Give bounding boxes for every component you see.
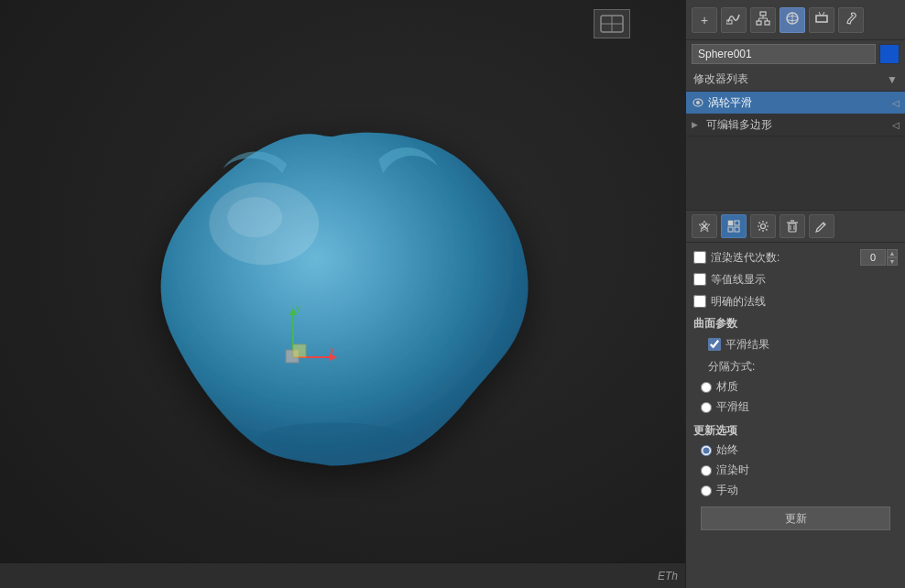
eth-label: ETh (658, 570, 678, 583)
visibility-icon[interactable] (692, 96, 704, 109)
isoline-row: 等值线显示 (693, 270, 898, 289)
smooth-result-checkbox[interactable] (708, 338, 721, 351)
render-iterations-spinner[interactable]: ▲ ▼ (887, 249, 898, 266)
svg-rect-25 (816, 16, 827, 22)
svg-rect-10 (293, 344, 306, 357)
always-radio[interactable] (701, 445, 712, 456)
material-row: 材质 (693, 379, 898, 397)
delete-button[interactable] (780, 214, 805, 238)
render-radio[interactable] (701, 465, 712, 476)
top-toolbar: + (686, 0, 905, 40)
add-button[interactable]: + (692, 7, 717, 33)
smooth-result-row: 平滑结果 (693, 335, 898, 354)
svg-rect-16 (757, 21, 761, 25)
render-iterations-input[interactable] (860, 249, 886, 266)
modifier-list-label: 修改器列表 (693, 71, 887, 87)
plane-button[interactable] (809, 7, 834, 33)
material-label: 材质 (716, 379, 738, 395)
modifier-triangle2-icon: ◁ (892, 120, 900, 130)
object-name-row (686, 40, 905, 68)
svg-point-36 (761, 224, 766, 229)
manual-row: 手动 (693, 483, 898, 501)
render-row: 渲染时 (693, 463, 898, 481)
transform-gizmo: y x (256, 302, 339, 387)
curve-button[interactable] (721, 7, 747, 33)
modifier-list-header: 修改器列表 ▼ (686, 68, 905, 92)
svg-point-29 (696, 101, 700, 104)
svg-point-2 (259, 422, 406, 455)
add-icon: + (701, 13, 708, 27)
separation-row: 分隔方式: (693, 357, 898, 376)
modifier-empty-area (686, 136, 905, 210)
viewport-icon[interactable] (594, 9, 630, 38)
always-label: 始终 (716, 442, 738, 458)
show-modifier-button[interactable] (721, 214, 747, 238)
svg-rect-17 (765, 21, 769, 25)
right-panel: + (685, 0, 905, 588)
hierarchy-button[interactable] (750, 7, 776, 33)
svg-rect-34 (728, 227, 733, 232)
surface-params-title: 曲面参数 (693, 316, 898, 332)
normal-row: 明确的法线 (693, 292, 898, 310)
plane-icon (814, 11, 829, 28)
normal-checkbox[interactable] (693, 295, 706, 308)
modifier-name-editable-poly: 可编辑多边形 (706, 117, 889, 133)
render-label: 渲染时 (716, 463, 749, 478)
pin-button[interactable] (692, 214, 717, 238)
render-iterations-label: 渲染迭代次数: (711, 250, 860, 266)
status-bar: ETh (0, 562, 685, 588)
separation-label: 分隔方式: (708, 359, 898, 375)
wrench-button[interactable] (838, 7, 864, 33)
action-buttons-row (686, 210, 905, 243)
update-button[interactable]: 更新 (701, 506, 890, 530)
viewport: y x ETh (0, 0, 685, 588)
spinner-down-icon[interactable]: ▼ (887, 257, 898, 266)
svg-rect-32 (728, 221, 733, 225)
modifier-list-arrow-icon: ▼ (887, 73, 898, 86)
svg-point-1 (227, 197, 282, 237)
svg-text:y: y (296, 303, 300, 313)
manual-radio[interactable] (701, 485, 712, 496)
svg-rect-37 (789, 223, 796, 232)
modifier-item-turbsmooth[interactable]: 涡轮平滑 ◁ (686, 92, 905, 114)
smooth-group-radio[interactable] (701, 402, 712, 413)
curve-icon (726, 11, 741, 28)
isoline-checkbox[interactable] (693, 273, 706, 286)
object-color-swatch[interactable] (879, 44, 900, 64)
object-name-input[interactable] (692, 44, 876, 64)
sphere-icon (785, 11, 800, 28)
sphere-button[interactable] (780, 7, 805, 33)
params-panel: 渲染迭代次数: ▲ ▼ 等值线显示 明确的法线 曲面参数 平滑结果 分隔方式: (686, 243, 905, 588)
svg-rect-15 (760, 12, 766, 16)
manual-label: 手动 (716, 483, 738, 498)
wrench-icon (844, 11, 858, 28)
config-button[interactable] (750, 214, 776, 238)
always-row: 始终 (693, 442, 898, 461)
smooth-group-label: 平滑组 (716, 399, 749, 415)
render-iterations-checkbox[interactable] (693, 251, 706, 264)
modifier-list: 涡轮平滑 ◁ ▶ 可编辑多边形 ◁ (686, 92, 905, 136)
modifier-name-turbsmooth: 涡轮平滑 (708, 95, 889, 111)
svg-text:x: x (330, 345, 334, 355)
svg-rect-35 (735, 227, 739, 232)
smooth-result-label: 平滑结果 (725, 337, 898, 353)
material-radio[interactable] (701, 382, 712, 393)
expand-icon[interactable]: ▶ (692, 120, 703, 129)
render-iterations-row: 渲染迭代次数: ▲ ▼ (693, 248, 898, 267)
hierarchy-icon (756, 11, 770, 28)
edit-button[interactable] (809, 214, 834, 238)
modifier-triangle-icon: ◁ (892, 98, 900, 108)
isoline-label: 等值线显示 (711, 272, 898, 288)
svg-rect-33 (735, 221, 739, 225)
smooth-group-row: 平滑组 (693, 399, 898, 418)
normal-label: 明确的法线 (711, 294, 898, 310)
modifier-item-editable-poly[interactable]: ▶ 可编辑多边形 ◁ (686, 114, 905, 136)
spinner-up-icon[interactable]: ▲ (887, 249, 898, 257)
update-options-title: 更新选项 (693, 423, 898, 439)
